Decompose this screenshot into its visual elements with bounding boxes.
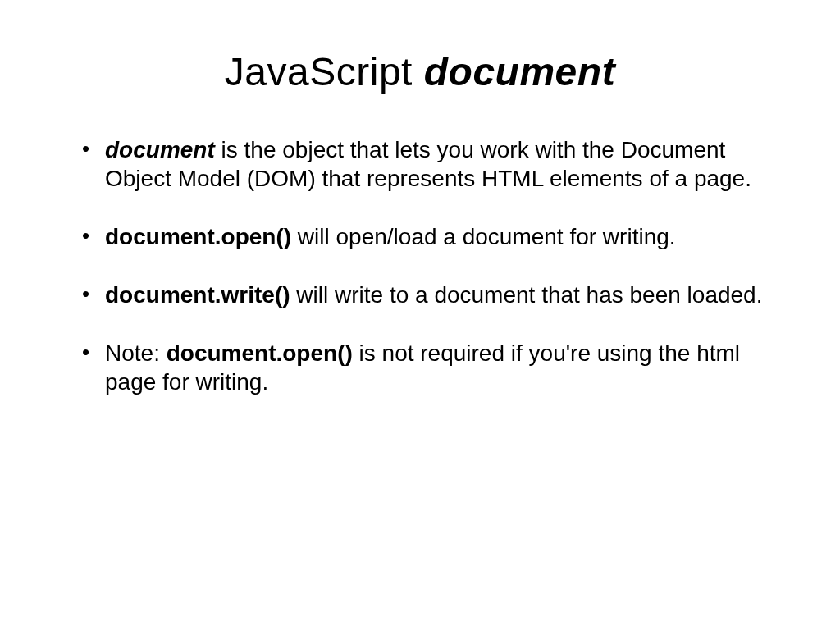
bullet-lead: document [105, 137, 215, 162]
bullet-lead: document.open() [167, 340, 353, 366]
bullet-text: will write to a document that has been l… [290, 282, 763, 308]
list-item: document.open() will open/load a documen… [82, 222, 783, 251]
list-item: document is the object that lets you wor… [82, 135, 783, 193]
bullet-lead: document.write() [105, 282, 290, 308]
title-part1: JavaScript [225, 50, 424, 94]
title-part2: document [424, 50, 615, 94]
list-item: document.write() will write to a documen… [82, 281, 783, 309]
bullet-list: document is the object that lets you wor… [57, 135, 783, 396]
slide-title: JavaScript document [57, 49, 783, 94]
bullet-text: will open/load a document for writing. [291, 224, 675, 249]
list-item: Note: document.open() is not required if… [82, 339, 783, 396]
bullet-pre: Note: [105, 340, 167, 366]
bullet-lead: document.open() [105, 224, 291, 249]
